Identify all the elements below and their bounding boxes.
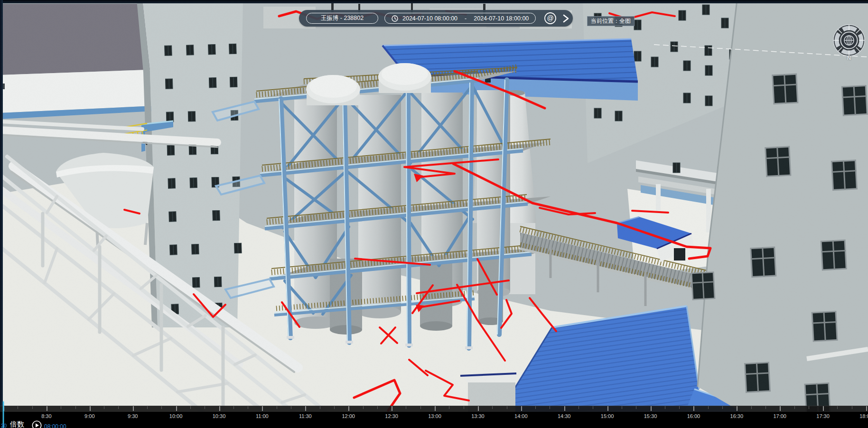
timeline-tick	[392, 406, 392, 411]
timeline-tick	[118, 406, 119, 409]
play-button[interactable]	[32, 420, 42, 428]
timeline-label: 16:00	[687, 413, 700, 419]
time-end-label: 2024-07-10 18:00:00	[474, 15, 529, 22]
timeline-tick	[377, 406, 378, 409]
timeline-tick	[722, 406, 723, 409]
timeline-tick	[866, 406, 867, 411]
timeline-tick	[291, 406, 291, 409]
timeline-tick	[737, 406, 737, 411]
timeline-label: 15:00	[601, 413, 614, 419]
timeline-tick	[622, 406, 622, 409]
timeline-tick	[852, 406, 852, 409]
compass-widget[interactable]	[832, 24, 866, 57]
speed-value[interactable]: 20	[1, 423, 7, 428]
timeline-tick	[435, 406, 436, 411]
timeline-label: 11:30	[299, 413, 312, 419]
timeline-tick	[18, 406, 18, 409]
timeline-label: 11:00	[256, 413, 269, 419]
timeline-tick	[564, 406, 565, 411]
timeline-tick	[248, 406, 248, 409]
timeline-label: 9:00	[84, 413, 94, 419]
timeline-tick	[535, 406, 536, 409]
timeline-tick	[320, 406, 320, 409]
person-selector[interactable]: 王振博 - 238802	[306, 13, 378, 24]
timeline-tick	[90, 406, 91, 411]
time-range-selector[interactable]: 2024-07-10 08:00:00 - 2024-07-10 18:00:0…	[384, 13, 536, 24]
timeline-label: 14:00	[514, 413, 528, 419]
locate-button[interactable]: @	[544, 12, 557, 25]
clock-icon	[392, 15, 398, 22]
timeline-tick	[708, 406, 709, 409]
timeline-label: 13:00	[428, 413, 441, 419]
timeline-tick	[809, 406, 809, 409]
time-start-label: 2024-07-10 08:00:00	[402, 15, 457, 22]
texture-overlay	[0, 0, 868, 428]
timeline-tick	[277, 406, 277, 409]
timeline-label: 12:00	[342, 413, 355, 419]
timeline-tick	[751, 406, 752, 409]
timeline-tick	[794, 406, 795, 409]
app-window: 王振博 - 238802 2024-07-10 08:00:00 - 2024-…	[0, 0, 868, 428]
timeline-tick	[348, 406, 349, 411]
timeline-label: 16:30	[730, 413, 744, 419]
speed-label[interactable]: 倍数	[10, 420, 24, 428]
timeline-tick	[665, 406, 665, 409]
timeline-tick	[190, 406, 191, 409]
timeline-tick	[780, 406, 781, 411]
play-forward-button[interactable]	[561, 13, 570, 24]
timeline-tick	[478, 406, 479, 411]
timeline-tick	[837, 406, 838, 409]
play-icon	[32, 420, 42, 428]
timeline-label: 14:30	[558, 413, 571, 419]
timeline-label: 10:30	[213, 413, 226, 419]
timeline-tick	[693, 406, 694, 411]
timeline-label: 17:00	[773, 413, 786, 419]
timeline-tick	[161, 406, 162, 409]
timeline-tick	[262, 406, 263, 411]
timeline-tick	[147, 406, 148, 409]
timeline-tick	[219, 406, 220, 411]
timeline-tick	[133, 406, 134, 411]
current-location-label: 当前位置：全图	[591, 18, 631, 24]
timeline-tick	[32, 406, 33, 409]
timeline-tick	[579, 406, 579, 409]
timeline-tick	[449, 406, 449, 409]
left-edge-strip	[0, 0, 3, 428]
timeline-label-row: 8:309:009:3010:0010:3011:0011:3012:0012:…	[0, 412, 868, 428]
timeline-tick	[507, 406, 507, 409]
timeline-tick	[607, 406, 608, 411]
timeline-tick	[75, 406, 76, 409]
timeline-tick	[363, 406, 364, 409]
timeline-tick	[593, 406, 593, 409]
at-target-icon: @	[544, 12, 557, 25]
current-time-label: 08:00:00	[44, 423, 66, 428]
timeline-label: 9:30	[128, 413, 138, 419]
timeline-tick	[464, 406, 464, 409]
timeline-tick	[176, 406, 177, 411]
scene-3d-viewport[interactable]	[0, 0, 868, 428]
timeline-label: 17:30	[816, 413, 830, 419]
timeline-tick	[104, 406, 104, 409]
timeline-label: 13:30	[471, 413, 485, 419]
compass-icon	[832, 24, 866, 57]
timeline-label: 12:30	[385, 413, 398, 419]
timeline: 8:309:009:3010:0010:3011:0011:3012:0012:…	[0, 406, 868, 428]
playback-query-bar: 王振博 - 238802 2024-07-10 08:00:00 - 2024-…	[299, 10, 573, 27]
current-location-badge: 当前位置：全图	[587, 16, 635, 26]
timeline-tick	[205, 406, 205, 409]
timeline-tick	[679, 406, 680, 409]
timeline-tick	[61, 406, 61, 409]
timeline-tick	[550, 406, 550, 409]
timeline-tick	[47, 406, 47, 411]
timeline-label: 10:00	[169, 413, 183, 419]
timeline-tick	[636, 406, 636, 409]
timeline-label: 15:30	[644, 413, 657, 419]
time-separator: -	[462, 15, 469, 22]
timeline-ruler[interactable]	[0, 406, 868, 412]
top-edge-strip	[0, 0, 868, 3]
svg-text:@: @	[547, 14, 554, 22]
timeline-label: 18:00	[859, 413, 868, 419]
timeline-tick	[823, 406, 824, 411]
timeline-tick	[765, 406, 766, 409]
timeline-tick	[334, 406, 335, 409]
